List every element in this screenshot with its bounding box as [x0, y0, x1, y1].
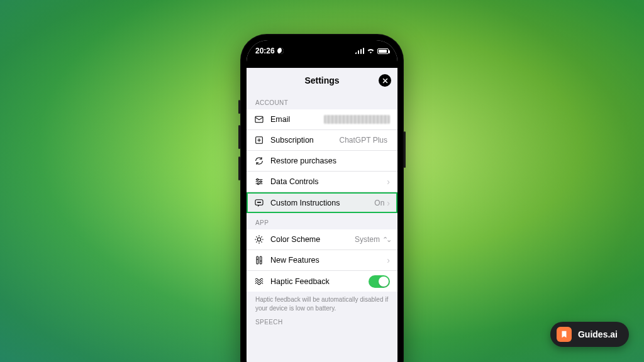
side-button [238, 125, 240, 149]
sliders-icon [254, 177, 264, 187]
row-label: Subscription [270, 136, 314, 145]
close-button[interactable] [379, 74, 391, 87]
modal-backdrop-strip [247, 62, 397, 68]
haptic-icon [254, 277, 264, 287]
row-haptic-feedback[interactable]: Haptic Feedback [247, 271, 397, 292]
chevron-right-icon: › [387, 198, 390, 208]
row-custom-instructions[interactable]: Custom Instructions On › [247, 192, 397, 213]
chevron-right-icon: › [387, 255, 390, 265]
section-header-app: APP [247, 213, 397, 229]
app-group: Color Scheme System ⌃⌄ New Features › [247, 229, 397, 292]
color-scheme-value: System [355, 235, 380, 244]
wifi-icon [367, 47, 375, 55]
section-header-account: ACCOUNT [247, 93, 397, 109]
svg-rect-0 [255, 116, 263, 122]
row-label: New Features [270, 256, 319, 265]
custom-instructions-value: On [374, 199, 384, 207]
status-time: 20:26 [255, 47, 275, 55]
row-label: Data Controls [270, 177, 318, 186]
do-not-disturb-icon [277, 48, 284, 54]
row-label: Haptic Feedback [270, 277, 330, 286]
modal-header: Settings [247, 68, 397, 93]
chevron-right-icon: › [387, 177, 390, 187]
plus-square-icon [254, 135, 264, 145]
email-value-redacted [324, 115, 390, 124]
stage: 20:26 Settings [0, 0, 644, 362]
bookmark-icon [557, 327, 572, 342]
phone-frame: 20:26 Settings [240, 34, 404, 362]
up-down-icon: ⌃⌄ [382, 236, 390, 244]
brightness-icon [254, 234, 264, 244]
haptic-footer-note: Haptic feedback will be automatically di… [247, 292, 397, 312]
svg-point-9 [257, 238, 260, 241]
subscription-value: ChatGPT Plus [340, 136, 387, 145]
settings-sheet: Settings ACCOUNT Email [247, 68, 397, 362]
row-data-controls[interactable]: Data Controls › [247, 172, 397, 192]
row-label: Custom Instructions [270, 199, 340, 207]
side-button [404, 131, 406, 168]
row-email[interactable]: Email [247, 109, 397, 130]
svg-point-2 [257, 178, 258, 180]
row-label: Restore purchases [270, 156, 336, 165]
row-label: Email [270, 115, 290, 124]
flask-icon [254, 255, 264, 265]
phone-screen: 20:26 Settings [247, 40, 397, 362]
row-subscription[interactable]: Subscription ChatGPT Plus [247, 130, 397, 151]
svg-point-4 [257, 183, 259, 185]
row-restore-purchases[interactable]: Restore purchases [247, 151, 397, 172]
badge-label: Guides.ai [578, 329, 618, 339]
phone-notch [284, 40, 360, 54]
svg-point-8 [260, 202, 260, 202]
mail-icon [254, 114, 264, 124]
modal-title: Settings [304, 75, 339, 85]
close-icon [382, 78, 388, 84]
section-header-speech: SPEECH [247, 312, 397, 329]
account-group: Email Subscription ChatGPT Plus [247, 109, 397, 213]
svg-point-6 [257, 202, 258, 202]
svg-rect-10 [257, 256, 258, 264]
chat-icon [254, 198, 264, 208]
row-label: Color Scheme [270, 235, 320, 244]
guides-badge[interactable]: Guides.ai [550, 322, 629, 347]
refresh-icon [254, 156, 264, 166]
row-new-features[interactable]: New Features › [247, 250, 397, 271]
haptic-toggle[interactable] [369, 275, 390, 288]
svg-point-3 [260, 181, 262, 183]
battery-icon [377, 48, 389, 54]
row-color-scheme[interactable]: Color Scheme System ⌃⌄ [247, 229, 397, 250]
svg-point-7 [258, 202, 259, 202]
side-button [238, 156, 240, 180]
svg-rect-11 [260, 256, 262, 264]
side-button [238, 100, 240, 114]
